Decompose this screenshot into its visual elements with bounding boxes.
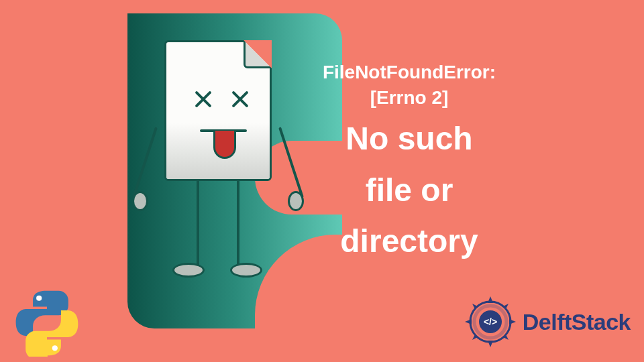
error-description-line: file or — [295, 170, 523, 211]
error-errno: [Errno 2] — [295, 87, 523, 109]
error-description-line: directory — [295, 221, 523, 262]
svg-point-1 — [52, 345, 58, 351]
svg-text:</>: </> — [484, 316, 497, 327]
python-logo-icon — [13, 290, 80, 357]
error-message: FileNotFoundError: [Errno 2] No such fil… — [295, 60, 523, 263]
brand-name: DelftStack — [523, 309, 631, 335]
error-class: FileNotFoundError: — [295, 60, 523, 84]
error-description-line: No such — [295, 118, 523, 160]
svg-point-0 — [36, 296, 42, 301]
delftstack-logo: </> DelftStack — [464, 295, 631, 349]
delftstack-badge-icon: </> — [464, 295, 517, 349]
sad-file-icon — [151, 40, 285, 308]
